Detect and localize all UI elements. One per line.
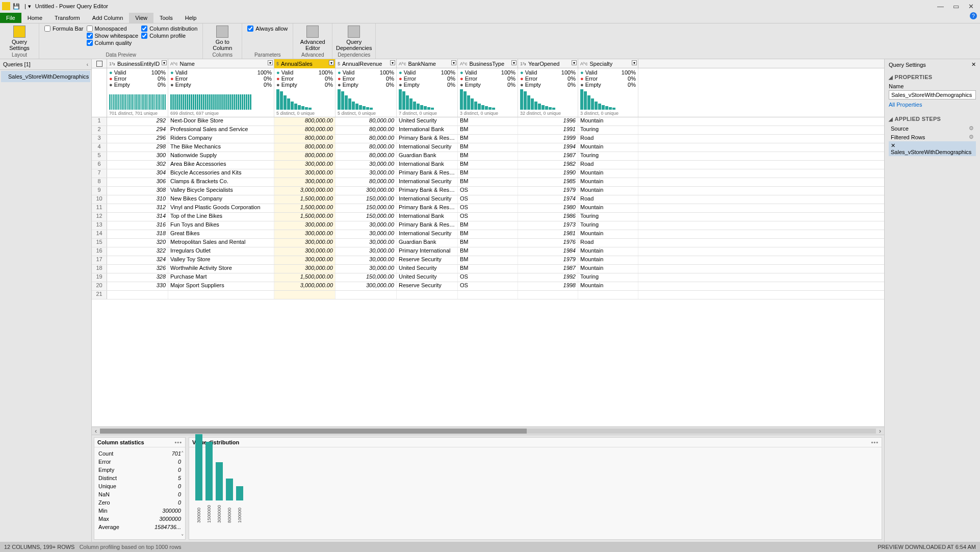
table-corner[interactable] — [92, 59, 107, 68]
column-header-Specialty[interactable]: AᵇcSpecialty▾ — [578, 59, 638, 68]
tab-view[interactable]: View — [129, 13, 153, 23]
table-row[interactable]: 3 296 Riders Company 800,000.00 80,000.0… — [92, 135, 884, 143]
stat-row: Max3000000 — [98, 515, 181, 523]
column-filter-icon[interactable]: ▾ — [572, 60, 577, 65]
settings-title: Query Settings — [889, 62, 926, 68]
table-row[interactable]: 15 320 Metropolitan Sales and Rental 300… — [92, 239, 884, 247]
chk-column-distribution[interactable]: Column distribution — [141, 26, 197, 32]
value-distribution-panel: Value distribution••• 300000150000030000… — [189, 437, 882, 540]
query-item[interactable]: Sales_vStoreWithDemographics — [1, 71, 90, 82]
tab-home[interactable]: Home — [21, 13, 48, 23]
table-row[interactable]: 8 306 Clamps & Brackets Co. 300,000.00 8… — [92, 178, 884, 187]
table-row[interactable]: 9 308 Valley Bicycle Specialists 3,000,0… — [92, 187, 884, 195]
table-row[interactable]: 12 314 Top of the Line Bikes 1,500,000.0… — [92, 213, 884, 221]
table-row[interactable]: 16 322 Irregulars Outlet 300,000.00 30,0… — [92, 247, 884, 256]
stats-up-icon[interactable]: ˄ — [181, 450, 184, 457]
close-settings-icon[interactable]: ✕ — [971, 61, 976, 68]
column-filter-icon[interactable]: ▾ — [329, 60, 334, 65]
table-row[interactable]: 11 312 Vinyl and Plastic Goods Corporati… — [92, 204, 884, 213]
column-header-YearOpened[interactable]: 1²₃YearOpened▾ — [518, 59, 578, 68]
gear-icon[interactable]: ⚙ — [969, 134, 974, 140]
column-name: BusinessType — [470, 61, 504, 67]
table-row[interactable]: 6 302 Area Bike Accessories 300,000.00 3… — [92, 161, 884, 169]
column-filter-icon[interactable]: ▾ — [268, 60, 273, 65]
stats-down-icon[interactable]: ˅ — [181, 534, 184, 539]
save-icon[interactable]: 💾 — [12, 2, 20, 10]
stat-row: Unique0 — [98, 482, 181, 490]
advanced-editor-button[interactable]: Advanced Editor — [298, 26, 327, 51]
query-item-label: Sales_vStoreWithDemographics — [8, 73, 89, 80]
type-icon: Aᵇc — [170, 61, 178, 66]
properties-heading: PROPERTIES — [895, 74, 933, 80]
table-row[interactable]: 4 298 The Bike Mechanics 800,000.00 80,0… — [92, 143, 884, 152]
column-header-BusinessType[interactable]: AᵇcBusinessType▾ — [458, 59, 518, 68]
column-header-BusinessEntityID[interactable]: 1²₃BusinessEntityID▾ — [107, 59, 168, 68]
status-preview-time: PREVIEW DOWNLOADED AT 6:54 AM — [878, 544, 976, 550]
tab-tools[interactable]: Tools — [153, 13, 179, 23]
stat-row: Average1584736... — [98, 523, 181, 531]
maximize-button[interactable]: ▭ — [953, 3, 959, 10]
qat-dropdown-icon[interactable]: ▾ — [26, 3, 33, 10]
table-row[interactable]: 19 328 Purchase Mart 1,500,000.00 150,00… — [92, 273, 884, 282]
table-row[interactable]: 20 330 Major Sport Suppliers 3,000,000.0… — [92, 282, 884, 291]
column-header-AnnualRevenue[interactable]: $AnnualRevenue▾ — [336, 59, 397, 68]
tab-add-column[interactable]: Add Column — [86, 13, 130, 23]
table-row[interactable]: 10 310 New Bikes Company 1,500,000.00 15… — [92, 195, 884, 204]
table-row[interactable]: 14 318 Great Bikes 300,000.00 30,000.00 … — [92, 230, 884, 239]
all-properties-link[interactable]: All Properties — [889, 99, 976, 110]
horizontal-scrollbar[interactable]: ‹ › — [92, 426, 884, 435]
group-advanced-label: Advanced — [301, 51, 324, 58]
applied-step[interactable]: Filtered Rows⚙ — [889, 133, 976, 141]
column-filter-icon[interactable]: ▾ — [451, 60, 456, 65]
collapse-queries-icon[interactable]: ‹ — [87, 62, 88, 67]
table-row[interactable]: 5 300 Nationwide Supply 800,000.00 80,00… — [92, 152, 884, 161]
tab-transform[interactable]: Transform — [48, 13, 86, 23]
tab-file[interactable]: File — [0, 13, 21, 23]
gear-icon[interactable]: ⚙ — [969, 125, 974, 132]
tab-help[interactable]: Help — [179, 13, 203, 23]
table-row[interactable]: 7 304 Bicycle Accessories and Kits 300,0… — [92, 169, 884, 178]
close-button[interactable]: ✕ — [968, 3, 974, 10]
column-profile-BusinessEntityID: Valid100% Error0% Empty0% 701 distinct, … — [107, 68, 168, 117]
chk-column-quality[interactable]: Column quality — [87, 40, 139, 46]
column-filter-icon[interactable]: ▾ — [632, 60, 637, 65]
dist-bar: 300000 — [195, 434, 202, 523]
table-row[interactable]: 21 — [92, 291, 884, 299]
stat-row: Distinct5 — [98, 474, 181, 482]
query-name-input[interactable] — [889, 90, 976, 99]
table-row[interactable]: 13 316 Fun Toys and Bikes 300,000.00 30,… — [92, 221, 884, 230]
chk-always-allow[interactable]: Always allow — [247, 26, 288, 32]
scroll-left-icon[interactable]: ‹ — [95, 428, 97, 435]
column-filter-icon[interactable]: ▾ — [390, 60, 395, 65]
dist-bar: 3000000 — [216, 462, 223, 523]
table-row[interactable]: 2 294 Professional Sales and Service 800… — [92, 126, 884, 135]
table-row[interactable]: 1 292 Next-Door Bike Store 800,000.00 80… — [92, 117, 884, 126]
stat-row: Zero0 — [98, 498, 181, 507]
chk-formula-bar[interactable]: Formula Bar — [44, 26, 84, 32]
column-header-BankName[interactable]: AᵇcBankName▾ — [397, 59, 458, 68]
minimize-button[interactable]: — — [937, 3, 944, 10]
column-filter-icon[interactable]: ▾ — [162, 60, 167, 65]
group-dependencies-label: Dependencies — [338, 51, 370, 58]
chk-monospaced[interactable]: Monospaced — [87, 26, 139, 32]
table-row[interactable]: 18 326 Worthwhile Activity Store 300,000… — [92, 265, 884, 273]
chk-show-whitespace[interactable]: Show whitespace — [87, 33, 139, 39]
scroll-right-icon[interactable]: › — [879, 428, 881, 435]
titlebar: 💾 | ▾ Untitled - Power Query Editor — ▭ … — [0, 0, 980, 12]
column-header-Name[interactable]: AᵇcName▾ — [168, 59, 274, 68]
chk-column-profile[interactable]: Column profile — [141, 33, 197, 39]
applied-step[interactable]: ✕ Sales_vStoreWithDemographics — [889, 141, 976, 156]
column-name: Specialty — [590, 61, 613, 67]
column-filter-icon[interactable]: ▾ — [511, 60, 517, 65]
query-settings-button[interactable]: Query Settings — [5, 26, 34, 51]
applied-step[interactable]: Source⚙ — [889, 124, 976, 133]
help-icon[interactable]: ? — [970, 12, 977, 19]
column-profile-BusinessType: Valid100% Error0% Empty0% 3 distinct, 0 … — [458, 68, 518, 117]
dist-more-icon[interactable]: ••• — [871, 439, 879, 445]
column-header-AnnualSales[interactable]: $AnnualSales▾ — [274, 59, 336, 68]
stats-more-icon[interactable]: ••• — [174, 439, 182, 445]
query-dependencies-button[interactable]: Query Dependencies — [340, 26, 368, 51]
table-row[interactable]: 17 324 Valley Toy Store 300,000.00 30,00… — [92, 256, 884, 265]
goto-column-button[interactable]: Go to Column — [208, 26, 237, 51]
group-data-preview-label: Data Preview — [106, 51, 136, 58]
